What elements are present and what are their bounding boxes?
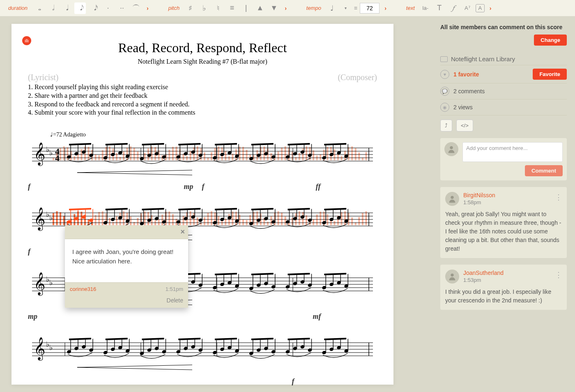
pitch-more-icon[interactable]: › (282, 5, 289, 12)
duration-doubledot-icon[interactable]: ·· (116, 2, 128, 14)
dynamic-marking[interactable]: mp (184, 182, 193, 191)
tempo-more-icon[interactable]: › (382, 5, 389, 12)
comment-textarea[interactable]: Add your comment here... (462, 142, 563, 162)
submit-comment-button[interactable]: Comment (525, 165, 563, 176)
pitch-flat-icon[interactable]: ♭ (198, 2, 210, 14)
duration-more-icon[interactable]: › (144, 5, 151, 12)
pitch-sharp-icon[interactable]: ♯ (184, 2, 196, 14)
duration-half-icon[interactable]: 𝅗𝅥 (46, 2, 58, 14)
inline-comment-delete[interactable]: Delete (65, 295, 188, 308)
dynamic-marking[interactable]: f (28, 182, 30, 191)
svg-line-495 (251, 339, 274, 339)
svg-rect-45 (211, 152, 212, 161)
heart-icon: ♥ (440, 70, 449, 79)
text-box-icon[interactable]: A (476, 4, 485, 12)
inline-comment-author[interactable]: corinne316 (70, 286, 96, 292)
tempo-note-icon[interactable]: ♩ (326, 2, 338, 14)
score-title[interactable]: Read, Record, Respond, Reflect (28, 40, 377, 55)
dynamic-marking[interactable]: f (28, 247, 30, 256)
svg-rect-214 (183, 216, 184, 225)
comment-time: 1:53pm (463, 277, 504, 283)
instructions-block[interactable]: 1. Record yourself playing this sight re… (28, 83, 377, 117)
composer-placeholder[interactable]: (Composer) (338, 73, 377, 82)
comment-menu-icon[interactable]: ⋮ (555, 270, 563, 279)
dynamic-marking[interactable]: ff (316, 182, 321, 191)
duration-tie-icon[interactable]: ⏜ (130, 2, 142, 14)
duration-eighth-icon[interactable]: 𝅘𝅥𝅮 (74, 2, 86, 14)
pitch-down-icon[interactable]: ▼ (268, 2, 280, 14)
dynamic-marking[interactable]: f (292, 377, 294, 386)
svg-rect-185 (80, 212, 82, 225)
score-page[interactable]: ıllı Read, Record, Respond, Reflect Note… (12, 24, 393, 385)
pitch-natural-icon[interactable]: ♮ (212, 2, 224, 14)
favorite-button[interactable]: Favorite (533, 69, 567, 80)
duration-quarter-icon[interactable]: 𝅘𝅥 (60, 2, 72, 14)
text-more-icon[interactable]: › (487, 5, 494, 12)
lyricist-placeholder[interactable]: (Lyricist) (28, 73, 58, 82)
svg-rect-44 (207, 158, 209, 160)
svg-rect-10 (88, 147, 90, 160)
svg-line-459 (106, 339, 128, 339)
pitch-bar-icon[interactable]: | (240, 2, 252, 14)
pitch-staff-icon[interactable]: ≡ (226, 2, 238, 14)
dynamic-marking[interactable]: f (202, 182, 204, 191)
svg-text:♭: ♭ (46, 340, 49, 348)
svg-rect-81 (337, 154, 339, 160)
comment-body: Yeah, great job Sally! You might want to… (445, 210, 562, 253)
record-icon[interactable]: ıllı (22, 36, 31, 45)
tempo-dropdown-icon[interactable]: ▾ (340, 2, 352, 14)
close-icon[interactable]: × (180, 228, 185, 236)
inline-comment-time: 1:51pm (166, 286, 183, 292)
svg-rect-190 (98, 212, 100, 225)
embed-button[interactable]: </> (456, 120, 473, 131)
comment-menu-icon[interactable]: ⋮ (555, 193, 563, 202)
pitch-label: pitch (168, 5, 179, 11)
duration-dot-icon[interactable]: · (102, 2, 114, 14)
svg-point-524 (451, 274, 453, 277)
svg-line-401 (215, 274, 237, 274)
tempo-input[interactable] (360, 3, 380, 14)
staff-line[interactable]: 𝄞♭♭44 (28, 140, 377, 181)
score-subtitle[interactable]: Noteflight Learn Sight Reading #7 (B-fla… (28, 58, 377, 65)
comments-count[interactable]: 2 comments (453, 88, 485, 95)
svg-rect-85 (351, 146, 353, 160)
svg-line-114 (106, 144, 128, 145)
pitch-up-icon[interactable]: ▲ (254, 2, 266, 14)
text-chord-icon[interactable]: A⁷ (462, 2, 473, 14)
svg-rect-38 (186, 156, 188, 160)
share-button[interactable]: ⤴ (440, 120, 452, 131)
svg-rect-262 (351, 217, 353, 225)
text-lyric-icon[interactable]: la- (420, 2, 431, 14)
svg-rect-266 (365, 211, 367, 225)
svg-rect-255 (327, 214, 328, 225)
comment-author[interactable]: JoanSutherland (463, 270, 504, 276)
svg-line-150 (251, 144, 274, 145)
duration-whole-icon[interactable]: 𝅝 (32, 2, 44, 14)
svg-line-289 (106, 209, 128, 210)
tempo-marking[interactable]: ♩=72 Adagietto (50, 131, 377, 138)
svg-rect-178 (56, 211, 58, 225)
eye-icon: ◉ (440, 103, 449, 112)
svg-rect-203 (144, 211, 145, 225)
dynamic-marking[interactable]: mp (28, 312, 37, 321)
text-plain-icon[interactable]: T (434, 2, 445, 14)
svg-rect-74 (313, 150, 314, 160)
comment-author[interactable]: BirgitNilsson (463, 192, 495, 198)
svg-line-334 (288, 209, 310, 210)
svg-text:4: 4 (55, 153, 60, 163)
svg-point-523 (451, 196, 453, 199)
svg-rect-231 (242, 220, 244, 226)
staff-line[interactable]: 𝄞♭♭ (28, 334, 377, 376)
duration-sixteenth-icon[interactable]: 𝅘𝅥𝅯 (88, 2, 100, 14)
svg-line-159 (288, 144, 310, 145)
change-permission-button[interactable]: Change (534, 35, 567, 46)
svg-text:𝄞: 𝄞 (34, 207, 45, 231)
library-link[interactable]: Noteflight Learn Library (440, 53, 567, 65)
tempo-label: tempo (306, 5, 321, 11)
svg-line-419 (288, 274, 310, 274)
dynamic-marking[interactable]: mf (313, 312, 321, 321)
svg-rect-242 (281, 213, 283, 225)
text-dynamic-icon[interactable]: 𝑓 (448, 2, 459, 14)
svg-text:♭: ♭ (49, 279, 53, 287)
favorite-count[interactable]: 1 favorite (453, 71, 479, 78)
